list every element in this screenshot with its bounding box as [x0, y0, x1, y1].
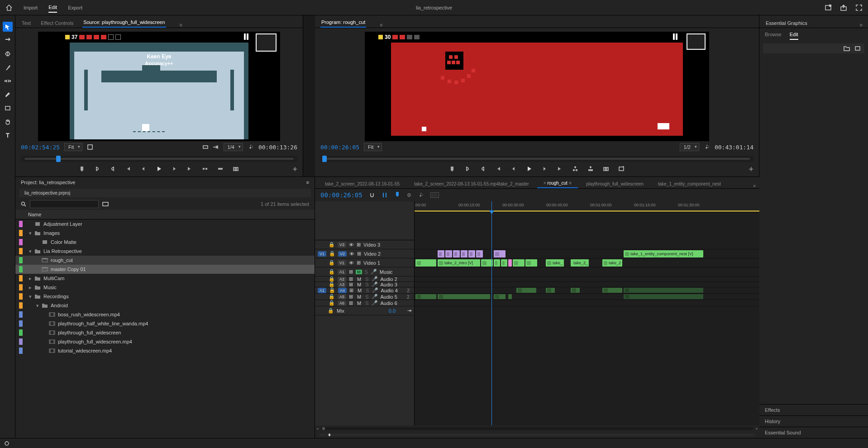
rectangle-tool[interactable] [3, 103, 13, 113]
project-row[interactable]: playthrough_full_widescreen [15, 328, 315, 337]
timeline-hscroll[interactable]: ◦◦ [315, 425, 759, 432]
snap-icon[interactable] [369, 192, 375, 198]
project-row[interactable]: master Copy 01 [15, 265, 315, 274]
project-breadcrumb[interactable]: lia_retrospective.prproj [19, 189, 311, 197]
button-editor-icon[interactable]: + [292, 165, 297, 174]
track-a1[interactable] [415, 267, 759, 276]
pen-tool[interactable] [3, 90, 13, 100]
playhead[interactable] [491, 201, 492, 425]
ripple-edit-tool[interactable] [3, 49, 13, 59]
track-v3[interactable] [415, 240, 759, 249]
sync-icon[interactable] [4, 440, 10, 447]
timeline-sequence-tab[interactable]: take_1_entity_component_nest [652, 180, 727, 188]
settings-icon[interactable] [87, 144, 93, 150]
program-zoom-dropdown[interactable]: Fit [364, 143, 382, 151]
project-row[interactable]: ▾Lia Retrospective [15, 247, 315, 256]
timeline-clip[interactable] [415, 294, 436, 299]
audio-track-head[interactable]: 🔒A6⊞MS🎤Audio 6 [315, 300, 414, 306]
timeline-sequence-tab[interactable]: rough_cut ≡ [537, 178, 578, 188]
collapsed-panel-history[interactable]: History [759, 415, 868, 427]
more-tabs-icon[interactable]: » [753, 183, 756, 188]
timeline-clip[interactable] [438, 250, 444, 257]
play-icon[interactable] [526, 166, 533, 173]
audio-track-head[interactable]: 🔒A3⊞MS🎤Audio 3 [315, 282, 414, 287]
video-track-head[interactable]: V1🔒V2👁⊞Video 2 [315, 249, 414, 258]
project-row[interactable]: ▸Music [15, 283, 315, 292]
export-frame-icon[interactable] [603, 166, 610, 173]
track-a3[interactable] [415, 282, 759, 287]
expand-icon[interactable]: ⇥ [407, 308, 411, 314]
timeline-clip[interactable] [624, 294, 703, 299]
timeline-clip[interactable] [501, 259, 507, 267]
source-tc-in[interactable]: 00:02:54:25 [21, 144, 60, 151]
comparison-view-icon[interactable] [618, 166, 625, 173]
audio-track-head[interactable]: 🔒A5⊞MS🎤Audio 52 [315, 294, 414, 300]
timeline-clip[interactable] [624, 288, 703, 293]
timeline-clip[interactable] [461, 250, 467, 257]
timeline-clip[interactable]: take_2 [602, 259, 622, 267]
extract-icon[interactable] [587, 166, 595, 173]
go-to-in-icon[interactable] [125, 166, 132, 173]
source-scale-dropdown[interactable]: 1/4 [224, 143, 243, 151]
timeline-clip[interactable] [513, 259, 525, 267]
timeline-zoom-scroll[interactable] [315, 432, 759, 438]
project-row[interactable]: ▾Recordings [15, 292, 315, 301]
mix-value[interactable]: 0.0 [389, 308, 396, 314]
timeline-sequence-tab[interactable]: take_2_screen_2022-08-13 16-01-55.mp4tak… [408, 180, 535, 188]
timeline-tc[interactable]: 00:00:26:05 [320, 191, 362, 199]
collapsed-panel-effects[interactable]: Effects [759, 404, 868, 415]
wrench-icon[interactable] [704, 144, 710, 150]
egfx-tab-edit[interactable]: Edit [790, 32, 798, 40]
step-fwd-icon[interactable] [541, 166, 548, 173]
timeline-clip[interactable] [494, 250, 506, 257]
source-tab-source[interactable]: Source: playthrough_full_widescreen [82, 18, 166, 28]
panel-menu-icon[interactable]: ≡ [860, 22, 863, 28]
selection-tool[interactable] [3, 22, 13, 32]
mark-out-icon[interactable] [480, 166, 487, 173]
egfx-tab-browse[interactable]: Browse [765, 32, 782, 40]
slip-tool[interactable] [3, 76, 13, 86]
video-track-head[interactable]: 🔒V1👁⊞Video 1 [315, 258, 414, 267]
project-row[interactable]: ▾Images [15, 229, 315, 238]
project-row[interactable]: playthrough_full_widescreen.mp4 [15, 337, 315, 346]
project-row[interactable]: ▾Android [15, 301, 315, 310]
track-a5[interactable] [415, 294, 759, 300]
project-row[interactable]: tutorial_widescreen.mp4 [15, 346, 315, 355]
step-back-icon[interactable] [140, 166, 148, 173]
go-to-out-icon[interactable] [557, 166, 564, 173]
timeline-clip[interactable] [571, 288, 580, 293]
type-tool[interactable] [3, 130, 13, 140]
timeline-ruler[interactable]: :00:0000:00:15:0000:00:30:0000:00:45:000… [415, 201, 759, 212]
new-layer-icon[interactable] [854, 46, 861, 51]
timeline-clip[interactable] [494, 294, 506, 299]
workspace-tab-edit[interactable]: Edit [48, 3, 57, 13]
source-scrub-bar[interactable] [21, 156, 297, 162]
timeline-clip[interactable] [516, 288, 536, 293]
program-scale-dropdown[interactable]: 1/2 [680, 143, 699, 151]
lock-icon[interactable]: 🔒 [328, 308, 334, 314]
program-scrub-bar[interactable] [320, 156, 754, 162]
home-icon[interactable] [5, 4, 13, 11]
timeline-clip[interactable] [468, 250, 475, 257]
timeline-clip[interactable]: take_1_entity_component_nest [V] [624, 250, 703, 257]
play-icon[interactable] [156, 166, 163, 173]
timeline-clip[interactable] [415, 259, 436, 267]
timeline-clip[interactable] [546, 288, 555, 293]
timeline-track-area[interactable]: :00:0000:00:15:0000:00:30:0000:00:45:000… [415, 201, 759, 425]
marker-icon[interactable] [394, 192, 401, 198]
timeline-clip[interactable] [453, 250, 460, 257]
project-row[interactable]: rough_cut [15, 256, 315, 265]
lift-icon[interactable] [572, 166, 579, 173]
project-row[interactable]: ▸MultiCam [15, 274, 315, 283]
timeline-clip[interactable]: take_2_intro [V] [438, 259, 480, 267]
timeline-clip[interactable] [525, 259, 537, 267]
panel-menu-icon[interactable]: ≡ [180, 22, 182, 28]
share-icon[interactable] [840, 4, 847, 11]
timeline-clip[interactable] [494, 259, 500, 267]
step-fwd-icon[interactable] [171, 166, 178, 173]
cc-icon[interactable]: CC [430, 192, 439, 198]
quick-export-icon[interactable] [825, 4, 832, 11]
audio-track-head[interactable]: A1🔒A4⊞MS🎤Audio 42 [315, 287, 414, 294]
timeline-clip[interactable] [508, 259, 512, 267]
track-select-tool[interactable] [3, 35, 13, 45]
